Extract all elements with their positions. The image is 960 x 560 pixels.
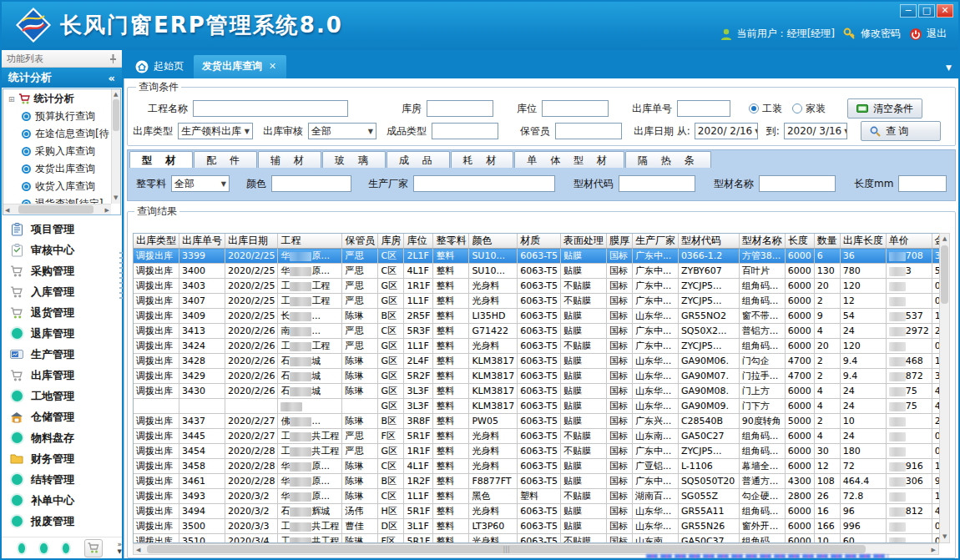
footer-dot-icon[interactable] [18,543,25,553]
table-row[interactable]: 调拨出库34032020/2/25工工程严思G区1R1F整料光身料6063-T5… [134,279,950,294]
column-header[interactable]: 库位 [404,234,433,249]
column-header[interactable]: 表面处理 [560,234,606,249]
table-row[interactable]: 调拨出库33992020/2/25华原...严思C区2L1F整料SU10...6… [134,249,950,264]
table-row[interactable]: 调拨出库34302020/2/26石城陈琳G区3L3F整料KLM38176063… [134,384,950,399]
table-row[interactable]: 调拨出库34932020/3/2华原...陈琳C区1L1F整料黑色塑料不贴膜国标… [134,489,950,504]
sidebar-module-物料盘存[interactable]: 物料盘存 [2,427,122,448]
column-header[interactable]: 出库单号 [179,234,225,249]
material-subtab-7[interactable]: 单 体 型 材 [514,151,624,168]
material-subtab-3[interactable]: 辅 材 [258,151,321,168]
stats-section-header[interactable]: 统计分析 « [2,68,122,88]
sidebar-module-结转管理[interactable]: 结转管理 [2,469,122,490]
profile-name-input[interactable] [759,175,836,192]
keeper-input[interactable] [555,123,622,139]
sidebar-module-入库管理[interactable]: 入库管理 [2,281,122,302]
sidebar-module-财务管理[interactable]: 财务管理 [2,448,122,469]
minimize-button[interactable]: ─ [900,4,917,18]
sidebar-module-采购管理[interactable]: 采购管理 [2,260,122,281]
column-header[interactable]: 型材名称 [739,234,785,249]
column-header[interactable]: 出库日期 [225,234,278,249]
column-header[interactable]: 单价 [886,234,932,249]
table-row[interactable]: 调拨出库34002020/2/25华原...严思C区4L1F整料SU10...6… [134,264,950,279]
material-subtab-2[interactable]: 配 件 [194,151,257,168]
material-subtab-1[interactable]: 型 材 [129,151,193,168]
sidebar-module-补单中心[interactable]: 补单中心 [2,490,122,511]
footer-dot-icon[interactable] [63,543,69,553]
out-type-combo[interactable]: 生产领料出库▼ [178,123,253,139]
tree-horizontal-scrollbar[interactable]: ◀ ▶ [3,204,111,214]
table-row[interactable]: 调拨出库34372020/2/27佛...陈琳B区3R8F整料PW056063-… [134,414,950,429]
table-row[interactable]: 调拨出库34452020/2/27工共工程严思F区5R1F整料光身料6063-T… [134,429,950,444]
tree-item[interactable]: 收货入库查询 [3,178,111,195]
table-row[interactable]: 调拨出库34092020/2/25长...陈琳B区2R5F整料LI35HD606… [134,309,950,324]
color-input[interactable] [271,175,351,192]
sidebar-module-审核中心[interactable]: 审核中心 [2,240,122,260]
table-row[interactable]: 调拨出库34282020/2/26石城陈琳G区2L4F整料KLM38176063… [134,354,950,369]
audit-combo[interactable]: 全部▼ [308,123,376,139]
table-row[interactable]: 调拨出库35002020/3/3工共工程曹佳D区3L1F整料LT3P606063… [134,519,950,534]
column-header[interactable]: 数量 [814,234,840,249]
tree-item[interactable]: 发货出库查询 [3,160,111,178]
sidebar-module-项目管理[interactable]: 项目管理 [2,219,122,240]
table-row[interactable]: 调拨出库34242020/2/26工工程严思G区1L1F整料光身料6063-T5… [134,339,950,354]
footer-dot-icon[interactable] [40,543,47,553]
bill-no-input[interactable] [677,100,730,117]
tree-item[interactable]: 退货查询[待定] [3,195,111,204]
factory-input[interactable] [413,175,555,192]
radio-jiazhuang[interactable]: 家装 [792,102,826,116]
sidebar-module-仓储管理[interactable]: 仓储管理 [2,406,122,427]
tab-home[interactable]: 起始页 [127,55,194,78]
column-header[interactable]: 整零料 [433,234,469,249]
logout-button[interactable]: 退出 [909,27,947,41]
table-row[interactable]: 调拨出库34132020/2/26南...严思C区5R3F整料G71422606… [134,324,950,339]
sidebar-module-工地管理[interactable]: 工地管理 [2,386,122,406]
tree-item[interactable]: 采购入库查询 [3,143,111,160]
tree-item[interactable]: 预算执行查询 [3,108,111,125]
length-input[interactable] [898,175,947,192]
table-row[interactable]: 调拨出库34612020/2/28华原...陈琳B区1R2F整料F8877FT6… [134,474,950,489]
grid-vertical-scrollbar[interactable]: ▲ ▼ [939,233,950,543]
radio-gongzhuang[interactable]: 工装 [749,102,782,116]
column-header[interactable]: 保管员 [342,234,378,249]
tree-vertical-scrollbar[interactable]: ▲ ▼ [111,89,120,204]
collapse-icon[interactable]: « [109,72,115,84]
sidebar-module-退库管理[interactable]: 退库管理 [2,323,122,344]
column-header[interactable]: 材质 [518,234,561,249]
column-header[interactable]: 长度 [785,234,814,249]
product-type-input[interactable] [432,123,498,139]
tree-item[interactable]: 在途信息查询[待 [3,125,111,143]
date-from-picker[interactable]: 2020/ 2/16▼ [695,123,758,139]
table-row[interactable]: 调拨出库34292020/2/26石城陈琳G区5R2F整料KLM38176063… [134,369,950,384]
table-row[interactable]: G区3L3F整料KLM38176063-T5贴膜国标山东华...GA90M09.… [134,399,950,414]
tab-close-icon[interactable]: ✕ [269,61,276,72]
pin-icon[interactable] [109,54,117,63]
date-to-picker[interactable]: 2020/ 3/16▼ [784,123,847,139]
sidebar-splitter[interactable] [119,252,123,302]
column-header[interactable]: 出库类型 [134,234,179,249]
column-header[interactable]: 膜厚 [606,234,632,249]
material-subtab-6[interactable]: 耗 材 [451,151,514,168]
column-header[interactable]: 型材代码 [678,234,739,249]
table-row[interactable]: 调拨出库34582020/2/28华原...陈琳C区4L1F整料光身料6063-… [134,459,950,474]
material-subtab-8[interactable]: 隔 热 条 [625,151,712,168]
material-subtab-4[interactable]: 玻 璃 [322,151,386,168]
tab-outbound-query[interactable]: 发货出库查询 ✕ [194,55,286,78]
material-subtab-5[interactable]: 成 品 [387,151,450,168]
table-row[interactable]: 调拨出库34542020/2/28工共工程严思G区1R1F整料光身料6063-T… [134,444,950,459]
grid-horizontal-scrollbar[interactable]: ◀ ||| ▶ [133,543,939,555]
warehouse-input[interactable] [427,100,493,117]
column-header[interactable]: 工程 [278,234,342,249]
column-header[interactable]: 库房 [378,234,404,249]
footer-cart-button[interactable] [84,539,102,557]
profile-code-input[interactable] [619,175,695,192]
close-button[interactable]: ✕ [937,4,953,18]
sidebar-module-出库管理[interactable]: 出库管理 [2,365,122,386]
sidebar-module-生产管理[interactable]: 生产管理 [2,344,122,365]
tree-root-item[interactable]: ⊞ 统计分析 [3,89,111,108]
sidebar-module-报废管理[interactable]: 报废管理 [2,511,122,532]
zhengling-combo[interactable]: 全部▼ [171,175,230,192]
table-row[interactable]: 调拨出库34072020/2/25工工程严思G区1L1F整料光身料6063-T5… [134,294,950,309]
sidebar-module-退货管理[interactable]: 退货管理 [2,302,122,323]
clear-conditions-button[interactable]: 清空条件 [847,98,922,119]
change-password-button[interactable]: 修改密码 [843,27,901,41]
